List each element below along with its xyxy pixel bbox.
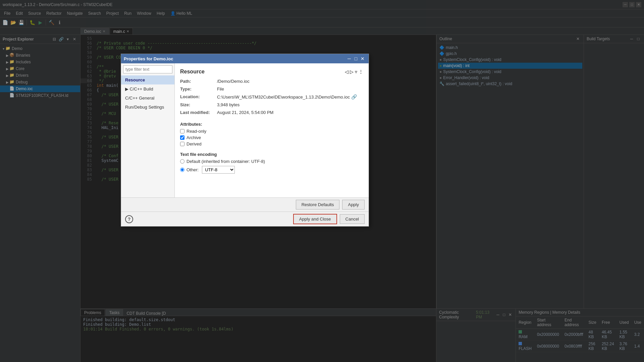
modal-title: Properties for Demo.ioc (124, 56, 346, 61)
other-encoding-label: Other: (186, 167, 199, 172)
restore-defaults-button[interactable]: Restore Defaults (296, 200, 340, 209)
nav-more-button[interactable]: ⋮ (359, 69, 363, 74)
path-label: Path: (180, 79, 217, 84)
modal-close-button[interactable]: ✕ (359, 55, 366, 62)
apply-and-close-button[interactable]: Apply and Close (293, 214, 337, 224)
type-value: File (217, 86, 224, 92)
modal-body: Resource ▶ C/C++ Build C/C++ General Run… (121, 63, 369, 197)
apply-button[interactable]: Apply (342, 200, 365, 209)
modal-nav-ccbuild[interactable]: ▶ C/C++ Build (121, 84, 174, 94)
nav-forward-button[interactable]: ▷ (350, 69, 354, 74)
modal-overlay: Properties for Demo.ioc ─ □ ✕ Resource ▶… (0, 0, 644, 362)
modal-section-title: Resource (180, 69, 205, 75)
modal-footer-bottom: ? Apply and Close Cancel (121, 212, 369, 226)
modal-maximize-button[interactable]: □ (353, 55, 359, 62)
default-encoding-radio[interactable] (180, 159, 184, 164)
checkbox-readonly: Read-only (180, 129, 363, 134)
type-label: Type: (180, 86, 217, 92)
prop-type: Type: File (180, 86, 363, 92)
modal-filter (121, 63, 174, 75)
modal-nav-icons: ◁ ▷ ▿ ⋮ (345, 69, 363, 74)
modal-titlebar: Properties for Demo.ioc ─ □ ✕ (121, 54, 369, 63)
readonly-checkbox[interactable] (180, 129, 184, 133)
prop-size: Size: 3,948 bytes (180, 102, 363, 107)
location-link-button[interactable]: 🔗 (351, 94, 357, 100)
location-text: C:\Users\W_ML\STM32CubeIDE\workspace_1.1… (217, 95, 350, 100)
modal-content-header: Resource ◁ ▷ ▿ ⋮ (180, 69, 363, 75)
prop-path: Path: /Demo/Demo.ioc (180, 79, 363, 84)
other-encoding-radio[interactable] (180, 168, 184, 172)
checkbox-derived: Derived (180, 141, 363, 146)
modified-value: August 21, 2024, 5:54:00 PM (217, 110, 273, 115)
derived-checkbox[interactable] (180, 142, 184, 146)
location-value: C:\Users\W_ML\STM32CubeIDE\workspace_1.1… (217, 94, 357, 100)
derived-label: Derived (186, 141, 202, 146)
readonly-label: Read-only (186, 129, 206, 134)
modal-minimize-button[interactable]: ─ (346, 55, 353, 62)
default-encoding-label: Default (inherited from container: UTF-8… (186, 159, 265, 164)
size-label: Size: (180, 102, 217, 107)
nav-collapse-button[interactable]: ▿ (355, 69, 357, 74)
encoding-select[interactable]: UTF-8 UTF-16 ISO-8859-1 (202, 166, 235, 174)
prop-modified: Last modified: August 21, 2024, 5:54:00 … (180, 110, 363, 115)
size-value: 3,948 bytes (217, 102, 239, 107)
radio-default-encoding: Default (inherited from container: UTF-8… (180, 159, 363, 164)
location-label: Location: (180, 94, 217, 100)
archive-checkbox[interactable] (180, 135, 184, 140)
cancel-button[interactable]: Cancel (340, 214, 365, 224)
nav-back-button[interactable]: ◁ (345, 69, 348, 74)
help-icon[interactable]: ? (125, 215, 133, 223)
properties-modal: Properties for Demo.ioc ─ □ ✕ Resource ▶… (121, 54, 369, 227)
checkbox-archive: Archive (180, 135, 363, 140)
modal-nav-ccgeneral[interactable]: C/C++ General (121, 94, 174, 103)
modal-nav-rundebug[interactable]: Run/Debug Settings (121, 103, 174, 112)
modified-label: Last modified: (180, 110, 217, 115)
prop-location: Location: C:\Users\W_ML\STM32CubeIDE\wor… (180, 94, 363, 100)
modal-nav-resource[interactable]: Resource (121, 75, 174, 84)
archive-label: Archive (186, 135, 201, 140)
modal-footer-top: Restore Defaults Apply (121, 197, 369, 212)
modal-nav: Resource ▶ C/C++ Build C/C++ General Run… (121, 63, 175, 197)
path-value: /Demo/Demo.ioc (217, 79, 250, 84)
modal-content: Resource ◁ ▷ ▿ ⋮ Path: /Demo/Demo.ioc Ty… (175, 63, 369, 197)
radio-other-encoding: Other: UTF-8 UTF-16 ISO-8859-1 (180, 166, 363, 174)
modal-filter-input[interactable] (123, 65, 172, 73)
attributes-title: Attributes: (180, 122, 363, 127)
encoding-title: Text file encoding (180, 152, 363, 157)
